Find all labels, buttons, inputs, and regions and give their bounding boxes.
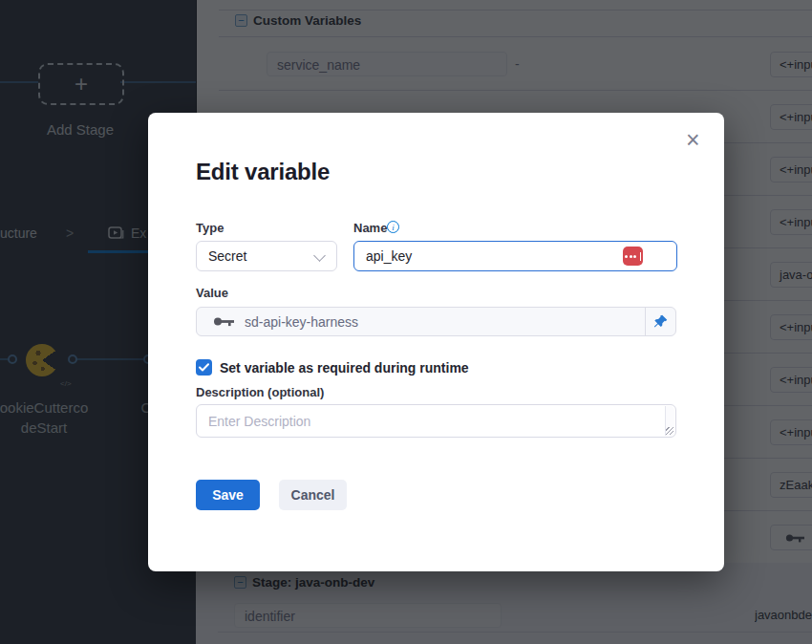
- runtime-input-type-icon[interactable]: [623, 247, 643, 266]
- pipeline-studio-screen: + Add Stage ucture > Ex </> ookieCutterc…: [0, 0, 812, 644]
- name-input-value: api_key: [366, 248, 412, 264]
- description-label: Description (optional): [196, 385, 324, 399]
- secret-value-field[interactable]: sd-api-key-harness: [196, 307, 676, 336]
- value-label: Value: [196, 286, 228, 300]
- name-input[interactable]: api_key: [353, 241, 677, 271]
- resize-handle-icon[interactable]: [666, 427, 673, 435]
- info-icon[interactable]: i: [387, 221, 399, 233]
- pin-icon: [653, 314, 668, 329]
- description-placeholder: Enter Description: [208, 414, 310, 429]
- check-icon: [199, 363, 209, 372]
- cancel-button[interactable]: Cancel: [279, 480, 347, 510]
- required-checkbox-label[interactable]: Set variable as required during runtime: [220, 360, 469, 376]
- key-icon: [212, 314, 237, 329]
- type-select[interactable]: Secret: [196, 241, 337, 271]
- edit-variable-dialog: × Edit variable Type Name i Secret api_k…: [148, 113, 724, 571]
- save-button[interactable]: Save: [196, 480, 260, 510]
- type-label: Type: [196, 221, 224, 235]
- type-selected-value: Secret: [208, 248, 246, 264]
- description-textarea[interactable]: Enter Description: [196, 404, 676, 438]
- secret-name-text: sd-api-key-harness: [245, 314, 358, 330]
- chevron-down-icon: [313, 249, 326, 262]
- required-checkbox[interactable]: [196, 359, 212, 376]
- name-label: Name: [353, 221, 387, 235]
- close-icon[interactable]: ×: [686, 130, 700, 149]
- dialog-title: Edit variable: [196, 159, 330, 185]
- pin-button[interactable]: [645, 308, 675, 335]
